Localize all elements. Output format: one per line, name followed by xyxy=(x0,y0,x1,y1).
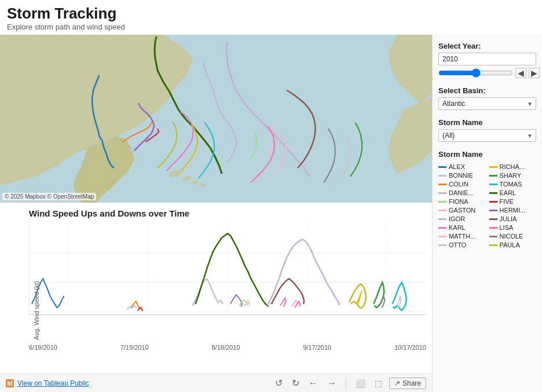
header: Storm Tracking Explore storm path and wi… xyxy=(0,0,542,35)
legend-color xyxy=(489,175,497,177)
toolbar-right: ↺ ↻ ← → ⬜ ⬚ ↗ Share xyxy=(273,376,426,390)
year-filter-label: Select Year: xyxy=(438,42,536,50)
legend-item: LISA xyxy=(489,224,537,231)
view-tableau-link[interactable]: View on Tableau Public xyxy=(17,379,89,387)
storm-name-select[interactable]: (All) ALEX BONNIE COLIN DANIELLE EARL FI… xyxy=(438,129,536,142)
legend-item: PAULA xyxy=(489,241,537,248)
legend-name: COLIN xyxy=(449,181,468,188)
basin-select[interactable]: Atlantic Eastern Pacific Western Pacific xyxy=(438,97,536,110)
redo-button[interactable]: ↻ xyxy=(290,376,302,390)
legend-color xyxy=(489,192,497,194)
legend-color xyxy=(438,192,446,194)
legend-color xyxy=(438,166,446,168)
x-label-2: 7/19/2010 xyxy=(120,344,149,351)
svg-rect-19 xyxy=(8,381,9,386)
legend-item: IGOR xyxy=(438,215,486,222)
legend-color xyxy=(489,236,497,237)
legend-item: SHARY xyxy=(489,172,537,179)
legend-item: RICHA... xyxy=(489,163,537,170)
legend-name: LISA xyxy=(500,224,514,231)
legend-item: FIONA xyxy=(438,198,486,205)
legend-name: NICOLE xyxy=(500,233,523,240)
legend-color xyxy=(438,227,446,229)
legend-color xyxy=(489,166,497,168)
legend-title: Storm Name xyxy=(438,150,536,159)
main-content: © 2025 Mapbox © OpenStreetMap Wind Speed… xyxy=(0,35,542,392)
legend-item: KARL xyxy=(438,224,486,231)
legend-item: OTTO xyxy=(438,241,486,248)
legend-item: DANIE... xyxy=(438,189,486,196)
year-input[interactable] xyxy=(438,53,536,65)
legend-item: TOMAS xyxy=(489,181,537,188)
storm-name-filter-label: Storm Name xyxy=(438,118,536,127)
chart-svg: 0 50 100 xyxy=(29,221,426,334)
legend-item: HERMI... xyxy=(489,207,537,214)
year-prev-button[interactable]: ◀ xyxy=(515,68,526,78)
year-filter-section: Select Year: ◀ ▶ xyxy=(438,42,536,78)
svg-rect-21 xyxy=(11,380,12,386)
legend-color xyxy=(489,227,497,229)
share-label: Share xyxy=(402,379,421,387)
legend-name: JULIA xyxy=(500,215,517,222)
legend-color xyxy=(438,244,446,246)
legend-name: PAULA xyxy=(500,241,520,248)
forward-button[interactable]: → xyxy=(325,377,339,390)
x-label-4: 9/17/2010 xyxy=(303,344,331,351)
tableau-icon xyxy=(6,379,14,387)
chart-title: Wind Speed Ups and Downs over Time xyxy=(29,208,426,218)
legend-item: NICOLE xyxy=(489,233,537,240)
x-label-1: 6/19/2010 xyxy=(29,344,57,351)
legend-name: KARL xyxy=(449,224,466,231)
left-panel: © 2025 Mapbox © OpenStreetMap Wind Speed… xyxy=(0,35,432,392)
page-subtitle: Explore storm path and wind speed xyxy=(7,23,535,31)
legend-item: BONNIE xyxy=(438,172,486,179)
storm-name-select-wrapper: (All) ALEX BONNIE COLIN DANIELLE EARL FI… xyxy=(438,129,536,142)
year-slider[interactable] xyxy=(438,68,513,78)
legend-name: HERMI... xyxy=(500,207,526,214)
legend-name: BONNIE xyxy=(449,172,473,179)
legend-item: MATTH... xyxy=(438,233,486,240)
legend-name: MATTH... xyxy=(449,233,475,240)
year-next-button[interactable]: ▶ xyxy=(529,68,540,78)
map-area: © 2025 Mapbox © OpenStreetMap xyxy=(0,35,432,203)
legend-name: IGOR xyxy=(449,215,465,222)
legend-color xyxy=(438,201,446,203)
x-label-3: 8/18/2010 xyxy=(211,344,240,351)
legend-item: GASTON xyxy=(438,207,486,214)
share-button[interactable]: ↗ Share xyxy=(389,378,426,389)
x-label-5: 10/17/2010 xyxy=(394,344,426,351)
legend-grid: ALEX RICHA... BONNIE SHARY COLIN TOMAS D… xyxy=(438,163,536,248)
chart-container: Avg. Wind speed (kt) 0 50 100 xyxy=(29,221,426,334)
legend-color xyxy=(489,201,497,203)
legend-item: FIVE xyxy=(489,198,537,205)
back-button[interactable]: ← xyxy=(306,377,320,390)
y-axis-label: Avg. Wind speed (kt) xyxy=(33,281,40,340)
legend-item: EARL xyxy=(489,189,537,196)
legend-name: FIONA xyxy=(449,198,468,205)
map-attribution: © 2025 Mapbox © OpenStreetMap xyxy=(2,193,96,200)
legend-color xyxy=(438,218,446,220)
legend-name: TOMAS xyxy=(500,181,522,188)
page-title: Storm Tracking xyxy=(7,5,535,23)
legend-name: ALEX xyxy=(449,163,465,170)
undo-button[interactable]: ↺ xyxy=(273,376,285,390)
right-sidebar: Select Year: ◀ ▶ Select Basin: Atlantic … xyxy=(432,35,542,392)
legend-name: FIVE xyxy=(500,198,514,205)
legend-color xyxy=(489,184,497,185)
basin-select-wrapper: Atlantic Eastern Pacific Western Pacific… xyxy=(438,97,536,110)
chart-area: Wind Speed Ups and Downs over Time Avg. … xyxy=(0,203,432,373)
legend-color xyxy=(438,184,446,185)
basin-filter-label: Select Basin: xyxy=(438,86,536,95)
legend-name: SHARY xyxy=(500,172,522,179)
legend-name: DANIE... xyxy=(449,189,474,196)
legend-color xyxy=(489,218,497,220)
legend-name: EARL xyxy=(500,189,517,196)
fullscreen-button[interactable]: ⬚ xyxy=(372,378,384,389)
basin-filter-section: Select Basin: Atlantic Eastern Pacific W… xyxy=(438,86,536,110)
legend-color xyxy=(438,236,446,237)
legend-color xyxy=(438,175,446,177)
svg-point-3 xyxy=(192,181,199,184)
legend-color xyxy=(489,210,497,211)
device-button[interactable]: ⬜ xyxy=(353,378,368,389)
svg-point-4 xyxy=(200,184,206,187)
